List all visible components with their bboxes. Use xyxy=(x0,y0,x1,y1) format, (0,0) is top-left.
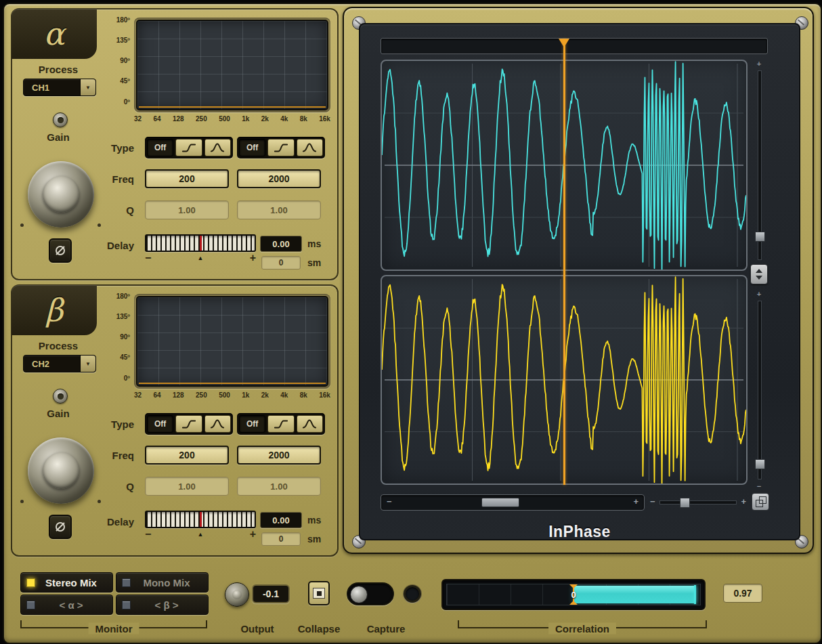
filter2-freq-value[interactable]: 2000 xyxy=(237,446,321,465)
filter1-off-button[interactable]: Off xyxy=(147,415,173,433)
filter1-shelf-button[interactable] xyxy=(175,139,202,156)
filter2-off-button[interactable]: Off xyxy=(239,415,265,433)
scrollbar-thumb[interactable] xyxy=(481,498,519,507)
correlation-value: 0.97 xyxy=(723,584,762,603)
filter1-bell-button[interactable] xyxy=(204,415,231,433)
x-axis-tick: 500 xyxy=(219,391,230,399)
panel-split-spinner-button[interactable] xyxy=(750,264,768,284)
zoom-slider-bottom[interactable]: + − xyxy=(750,290,768,490)
plus-sign[interactable]: + xyxy=(250,253,256,263)
filter2-freq-value[interactable]: 2000 xyxy=(237,169,321,188)
plus-sign[interactable]: + xyxy=(250,530,256,539)
slider-handle[interactable] xyxy=(680,498,690,508)
capture-toggle[interactable] xyxy=(347,582,394,605)
channel-alpha-glyph: α xyxy=(43,16,64,52)
delay-ms-value[interactable]: 0.00 xyxy=(260,236,302,252)
type-label: Type xyxy=(77,418,134,430)
collapse-label: Collapse xyxy=(292,623,346,635)
x-axis-tick: 16k xyxy=(319,391,330,399)
windows-layout-button[interactable] xyxy=(752,493,769,511)
monitor-group-label: Monitor xyxy=(89,623,139,635)
delay-slider-beta[interactable] xyxy=(145,511,256,528)
plus-sign[interactable]: + xyxy=(633,496,639,507)
filter1-freq-value[interactable]: 200 xyxy=(145,169,229,188)
delay-ms-value[interactable]: 0.00 xyxy=(260,512,302,528)
filter1-q-value[interactable]: 1.00 xyxy=(145,200,229,219)
plus-sign[interactable]: + xyxy=(741,496,746,507)
filter2-shelf-button[interactable] xyxy=(267,415,294,433)
monitor-button-mono-mix[interactable]: Mono Mix xyxy=(116,572,209,593)
gain-knob-alpha[interactable] xyxy=(28,161,94,228)
filter2-shelf-button[interactable] xyxy=(267,139,294,156)
playback-cursor[interactable] xyxy=(563,39,565,485)
horizontal-zoom-slider[interactable]: − + xyxy=(650,496,746,508)
monitor-button-label: Mono Mix xyxy=(131,577,202,588)
gain-knob-beta[interactable] xyxy=(28,437,94,504)
x-axis-tick: 128 xyxy=(173,391,184,399)
filter2-q-value[interactable]: 1.00 xyxy=(237,477,321,496)
phase-invert-icon xyxy=(53,244,67,257)
x-axis-tick: 4k xyxy=(280,115,288,123)
q-label: Q xyxy=(77,481,134,492)
knob-tick-dot xyxy=(98,500,101,503)
gain-led-button[interactable] xyxy=(53,112,68,127)
slider-handle[interactable] xyxy=(755,232,765,242)
minus-sign[interactable]: − xyxy=(750,482,768,490)
chevron-down-icon[interactable]: ▼ xyxy=(80,356,95,372)
minus-sign[interactable]: − xyxy=(145,530,151,539)
inphase-plugin-window: α Process CH1 ▼ Gain 180º 135º 90º 45º 0… xyxy=(0,0,822,644)
output-value[interactable]: -0.1 xyxy=(252,584,290,603)
monitor-button-alpha[interactable]: < α > xyxy=(20,595,113,615)
monitor-button-stereo-mix[interactable]: Stereo Mix xyxy=(20,572,113,593)
slider-handle[interactable] xyxy=(755,459,765,469)
slider-track[interactable] xyxy=(659,500,737,505)
arrow-up-icon xyxy=(756,269,762,273)
filter1-bell-button[interactable] xyxy=(204,139,231,156)
monitor-button-label: < β > xyxy=(131,599,202,611)
x-axis-tick: 2k xyxy=(261,391,269,399)
monitor-button-beta[interactable]: < β > xyxy=(116,595,209,615)
filter2-q-value[interactable]: 1.00 xyxy=(237,200,321,219)
slider-pointer-icon: ▲ xyxy=(198,531,204,538)
phase-invert-button-alpha[interactable] xyxy=(49,238,72,263)
display-bezel: + − + − − + − xyxy=(359,23,800,540)
process-select-beta[interactable]: CH2 ▼ xyxy=(23,355,96,372)
slider-track[interactable] xyxy=(758,301,762,479)
monitor-button-label: Stereo Mix xyxy=(35,577,107,588)
minus-sign[interactable]: − xyxy=(145,253,151,263)
filter2-type-group: Off xyxy=(237,413,325,435)
phase-invert-button-beta[interactable] xyxy=(49,515,72,539)
horizontal-scrollbar[interactable]: − + xyxy=(381,494,645,511)
phase-response-graph-beta xyxy=(134,294,330,389)
output-knob[interactable] xyxy=(225,582,249,607)
toggle-knob[interactable] xyxy=(350,586,368,603)
process-select-alpha[interactable]: CH1 ▼ xyxy=(23,79,96,96)
process-label: Process xyxy=(18,340,99,351)
filter1-freq-value[interactable]: 200 xyxy=(145,446,229,465)
filter1-q-value[interactable]: 1.00 xyxy=(145,477,229,496)
minus-sign[interactable]: − xyxy=(387,496,392,507)
plus-sign[interactable]: + xyxy=(750,290,768,298)
overview-bar[interactable] xyxy=(381,38,768,54)
correlation-track: 0 xyxy=(446,584,701,605)
x-axis-tick: 250 xyxy=(196,391,207,399)
filter1-off-button[interactable]: Off xyxy=(147,139,173,156)
capture-label: Capture xyxy=(359,623,413,635)
delay-slider-alpha[interactable] xyxy=(145,234,256,252)
delay-samples-value[interactable]: 0 xyxy=(261,532,301,546)
gain-led-button[interactable] xyxy=(53,389,68,404)
filter2-off-button[interactable]: Off xyxy=(239,139,265,156)
delay-samples-value[interactable]: 0 xyxy=(261,256,301,270)
chevron-down-icon[interactable]: ▼ xyxy=(80,79,95,95)
filter2-bell-button[interactable] xyxy=(297,415,323,433)
minus-sign[interactable]: − xyxy=(650,496,655,507)
plus-sign[interactable]: + xyxy=(750,60,768,68)
correlation-group-bracket: Correlation xyxy=(458,620,707,628)
filter1-shelf-button[interactable] xyxy=(175,415,202,433)
collapse-button[interactable] xyxy=(308,581,330,605)
x-axis-tick: 64 xyxy=(154,115,161,123)
zoom-slider-top[interactable]: + − xyxy=(750,60,768,271)
ms-unit-label: ms xyxy=(307,515,321,525)
filter2-bell-button[interactable] xyxy=(297,139,323,156)
bell-filter-icon xyxy=(209,417,225,431)
